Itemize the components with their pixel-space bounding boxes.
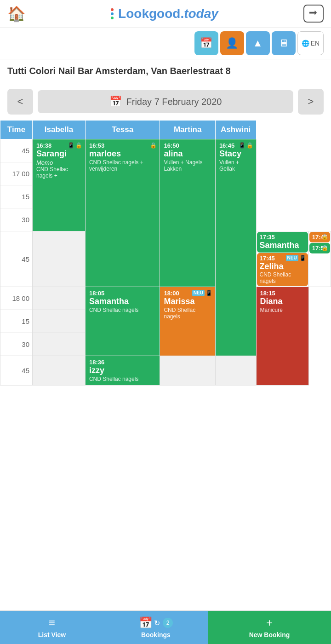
booking-time: 16:50 — [164, 142, 211, 149]
time-cell-45a: 45 — [0, 139, 33, 162]
cell-ashwini-1845[interactable] — [215, 356, 256, 385]
nav-calendar-button[interactable]: 📅 — [194, 31, 218, 55]
booking-name: Samantha — [89, 297, 156, 307]
booking-service: CND Shellac nagels — [89, 307, 156, 313]
time-cell-1830: 30 — [0, 333, 33, 356]
booking-icons: 📱 🔒 — [239, 142, 253, 149]
booking-martina-alina[interactable]: 16:50 alina Vullen + Nagels Lakken — [161, 140, 214, 174]
booking-name: izzy — [89, 366, 156, 376]
app-header: 🏠 Lookgood.today ⮕ — [0, 0, 331, 28]
booking-martina-marissa[interactable]: NEU 📱 18:00 Marissa CND Shellac nagels — [161, 288, 214, 322]
booking-time: 18:05 — [89, 290, 156, 297]
booking-icons: NEU 📱 — [286, 255, 306, 261]
booking-tessa-samantha2[interactable]: 18:05 Samantha CND Shellac nagels — [86, 288, 159, 315]
logo-dots — [111, 8, 114, 19]
phone-icon: 📱 — [205, 290, 212, 296]
booking-ashwini-diana[interactable]: 18:15 Diana Manicure — [257, 288, 308, 315]
lock-icon: 🔒 — [150, 142, 157, 149]
bottom-spacer — [0, 385, 331, 427]
booking-tessa-izzy[interactable]: 18:36 izzy CND Shellac nagels — [86, 357, 159, 384]
booking-name: Marissa — [164, 297, 211, 307]
logo-text: Lookgood.today — [118, 6, 218, 21]
time-cell-1745: 45 — [0, 231, 33, 287]
table-row: 18 00 18:05 Samantha CND Shellac nagels … — [0, 287, 331, 310]
booking-service: Vullen + Gellak — [219, 159, 252, 172]
col-header-time: Time — [0, 121, 33, 139]
booking-time: 18:15 — [260, 290, 305, 297]
home-button[interactable]: 🏠 — [7, 5, 26, 23]
col-header-isabella: Isabella — [33, 121, 86, 139]
table-row: 45 📱 🔒 16:38 Sarangi Memo CND Shellac na… — [0, 139, 331, 162]
cell-isabella-1845[interactable] — [33, 356, 86, 385]
col-header-ashwini: Ashwini — [215, 121, 256, 139]
logout-button[interactable]: ⮕ — [303, 5, 324, 23]
cell-martina-1845[interactable] — [160, 356, 215, 385]
cell-isabella-1815[interactable] — [33, 310, 86, 333]
booking-service: CND Shellac nagels — [164, 307, 211, 320]
booking-name: Diana — [260, 297, 305, 307]
booking-service: CND Shellac nagels — [260, 271, 305, 284]
lock-icon: 🔒 — [321, 234, 328, 240]
next-date-button[interactable]: > — [298, 89, 324, 115]
booking-ashwini-stacy[interactable]: 📱 🔒 16:45 Stacy Vullen + Gellak — [217, 140, 255, 174]
booking-icons: NEU 📱 — [192, 290, 212, 296]
cell-martina-1745[interactable]: 🔒 17:45 🔒 17:53 — [308, 231, 331, 287]
booking-name: marloes — [89, 149, 156, 159]
booking-name: Zeliha — [260, 262, 305, 272]
booking-tessa-marloes[interactable]: 🔒 16:53 marloes CND Shellac nagels + ver… — [86, 140, 159, 174]
booking-time: 16:53 — [89, 142, 156, 149]
booking-icons: 🔒 — [150, 142, 157, 149]
nav-group-button[interactable]: ▲ — [246, 31, 270, 55]
cell-isabella-1800[interactable] — [33, 287, 86, 310]
cell-isabella-empty[interactable] — [33, 231, 86, 287]
booking-time: 17:35 — [260, 234, 305, 241]
nav-person-button[interactable]: 👤 — [220, 31, 244, 55]
prev-date-button[interactable]: < — [7, 89, 33, 115]
booking-service: CND Shellac nagels — [89, 376, 156, 382]
booking-tessa-samantha[interactable]: 17:35 Samantha — [257, 232, 308, 253]
lock-icon: 🔒 — [75, 142, 82, 149]
booking-service: CND Shellac nagels + — [36, 166, 81, 179]
cell-isabella-1830[interactable] — [33, 333, 86, 356]
calendar-table-wrapper: Time Isabella Tessa Martina Ashwini 45 📱… — [0, 120, 331, 385]
booking-service: CND Shellac nagels + verwijderen — [89, 159, 156, 172]
calendar-table: Time Isabella Tessa Martina Ashwini 45 📱… — [0, 120, 331, 385]
cell-ashwini-1800[interactable]: 18:15 Diana Manicure — [256, 287, 308, 385]
nav-toolbar: 📅 👤 ▲ 🖥 🌐 EN — [0, 28, 331, 59]
booking-tessa-zeliha[interactable]: NEU 📱 17:45 Zeliha CND Shellac nagels — [257, 253, 308, 287]
booking-name: alina — [164, 149, 211, 159]
time-cell-1800: 18 00 — [0, 287, 33, 310]
time-cell-1715: 15 — [0, 185, 33, 208]
lang-label: EN — [311, 40, 320, 47]
booking-martina-1753[interactable]: 🔒 17:53 — [309, 243, 330, 253]
app-logo: Lookgood.today — [111, 6, 218, 21]
current-date-display[interactable]: 📅 Friday 7 February 2020 — [38, 90, 293, 113]
booking-name: Samantha — [260, 241, 305, 251]
booking-isabella-sarangi[interactable]: 📱 🔒 16:38 Sarangi Memo CND Shellac nagel… — [34, 140, 84, 181]
booking-icons: 🔒 — [321, 245, 328, 251]
booking-icons: 📱 🔒 — [68, 142, 82, 149]
cell-martina-1800[interactable]: NEU 📱 18:00 Marissa CND Shellac nagels — [160, 287, 215, 356]
lock-icon: 🔒 — [321, 245, 328, 251]
new-badge: NEU — [286, 255, 298, 261]
salon-name: Tutti Colori Nail Bar Amsterdam, Van Bae… — [0, 59, 331, 83]
phone-icon: 📱 — [299, 255, 306, 261]
nav-lang-button[interactable]: 🌐 EN — [297, 31, 324, 55]
booking-name: Stacy — [219, 149, 252, 159]
booking-martina-1745[interactable]: 🔒 17:45 — [309, 232, 330, 242]
current-date-label: Friday 7 February 2020 — [126, 97, 222, 107]
cell-tessa-1745[interactable]: 17:35 Samantha NEU 📱 17:45 Zeliha CND Sh… — [256, 231, 308, 287]
cell-isabella-1645[interactable]: 📱 🔒 16:38 Sarangi Memo CND Shellac nagel… — [33, 139, 86, 231]
cell-tessa-1653[interactable]: 🔒 16:53 marloes CND Shellac nagels + ver… — [85, 139, 160, 287]
nav-monitor-button[interactable]: 🖥 — [272, 31, 296, 55]
booking-name: Sarangi — [36, 149, 81, 159]
new-badge: NEU — [192, 290, 205, 296]
cell-ashwini-1645[interactable]: 📱 🔒 16:45 Stacy Vullen + Gellak — [215, 139, 256, 356]
cell-tessa-1836[interactable]: 18:36 izzy CND Shellac nagels — [85, 356, 160, 385]
col-header-martina: Martina — [160, 121, 215, 139]
cell-tessa-1800[interactable]: 18:05 Samantha CND Shellac nagels — [85, 287, 160, 356]
globe-icon: 🌐 — [302, 40, 309, 47]
cell-martina-1650[interactable]: 16:50 alina Vullen + Nagels Lakken — [160, 139, 215, 287]
calendar-icon: 📅 — [109, 96, 122, 108]
booking-icons: 🔒 — [321, 234, 328, 240]
